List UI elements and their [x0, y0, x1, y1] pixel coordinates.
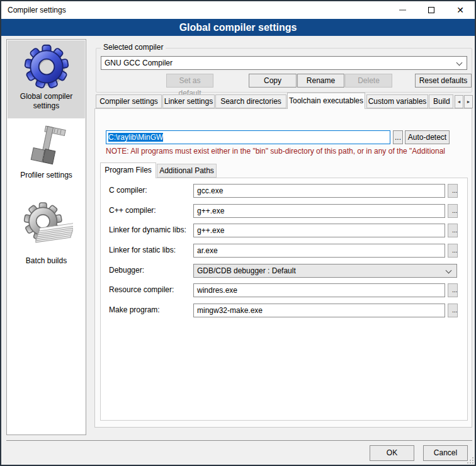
close-icon: ✕ — [456, 6, 464, 14]
resize-grip[interactable] — [467, 457, 473, 463]
auto-detect-button[interactable]: Auto-detect — [405, 130, 450, 144]
minimize-icon — [399, 9, 406, 11]
cpp-compiler-input[interactable]: g++.exe — [193, 204, 445, 218]
cancel-button[interactable]: Cancel — [423, 445, 468, 461]
make-program-browse-button[interactable]: ... — [448, 304, 458, 317]
static-linker-label: Linker for static libs: — [109, 246, 176, 254]
resource-compiler-row: Resource compiler: windres.exe ... — [101, 283, 468, 297]
tab-additional-paths[interactable]: Additional Paths — [157, 164, 217, 178]
dynamic-linker-row: Linker for dynamic libs: g++.exe ... — [101, 224, 468, 237]
c-compiler-input[interactable]: gcc.exe — [193, 184, 445, 198]
selected-compiler-value: GNU GCC Compiler — [105, 59, 173, 67]
cpp-compiler-label: C++ compiler: — [109, 206, 156, 215]
debugger-row: Debugger: GDB/CDB debugger : Default — [101, 264, 468, 278]
sidebar-item-batch-builds[interactable]: Batch builds — [8, 198, 85, 293]
copy-button[interactable]: Copy — [249, 74, 297, 88]
static-linker-input[interactable]: ar.exe — [193, 244, 445, 258]
browse-directory-button[interactable]: ... — [393, 130, 403, 144]
program-files-panel: C compiler: gcc.exe ... C++ compiler: g+… — [100, 178, 468, 421]
gray-gear-stack-icon — [20, 201, 73, 255]
set-as-default-button[interactable]: Set as default — [166, 74, 213, 88]
rename-button[interactable]: Rename — [297, 74, 344, 88]
bin-subdirectory-note: NOTE: All programs must exist either in … — [106, 147, 467, 156]
sidebar-item-global-compiler-settings[interactable]: Global compiler settings — [8, 40, 85, 118]
minimize-button[interactable] — [388, 1, 417, 19]
tab-build-clipped[interactable]: Build — [429, 94, 453, 108]
cpp-compiler-browse-button[interactable]: ... — [448, 204, 458, 218]
footer-divider — [6, 440, 472, 441]
installation-directory-value: C:\raylib\MinGW — [108, 133, 163, 142]
sidebar-item-profiler-settings[interactable]: Profiler settings — [8, 122, 85, 196]
tab-program-files[interactable]: Program Files — [100, 162, 156, 178]
dynamic-linker-label: Linker for dynamic libs: — [109, 225, 186, 234]
title-bar: Compiler settings ✕ — [1, 1, 475, 19]
make-program-input[interactable]: mingw32-make.exe — [193, 304, 445, 317]
window-title: Compiler settings — [8, 6, 66, 14]
c-compiler-label: C compiler: — [109, 186, 147, 195]
blue-gear-icon — [23, 43, 71, 91]
maximize-icon — [428, 7, 434, 13]
maximize-button[interactable] — [417, 1, 446, 19]
tab-custom-variables[interactable]: Custom variables — [366, 94, 428, 108]
resource-compiler-input[interactable]: windres.exe — [193, 283, 445, 297]
chevron-down-icon — [456, 60, 463, 66]
installation-directory-input[interactable]: C:\raylib\MinGW — [106, 130, 390, 144]
tab-toolchain-executables[interactable]: Toolchain executables — [287, 93, 365, 109]
make-program-row: Make program: mingw32-make.exe ... — [101, 304, 468, 317]
chevron-down-icon — [446, 268, 452, 274]
debugger-value: GDB/CDB debugger : Default — [197, 266, 296, 275]
static-linker-row: Linker for static libs: ar.exe ... — [101, 244, 468, 258]
resource-compiler-browse-button[interactable]: ... — [448, 283, 458, 297]
c-compiler-row: C compiler: gcc.exe ... — [101, 184, 468, 198]
tab-compiler-settings[interactable]: Compiler settings — [96, 94, 162, 108]
ok-button[interactable]: OK — [370, 445, 414, 461]
close-button[interactable]: ✕ — [446, 1, 475, 19]
sidebar-item-label: Global compiler settings — [8, 91, 85, 112]
static-linker-browse-button[interactable]: ... — [448, 244, 458, 258]
settings-category-list: Global compiler settings Profiler settin… — [6, 39, 86, 435]
make-program-label: Make program: — [109, 305, 160, 314]
sidebar-item-label: Batch builds — [8, 255, 85, 267]
resource-compiler-label: Resource compiler: — [109, 285, 174, 294]
dynamic-linker-browse-button[interactable]: ... — [448, 224, 458, 237]
compiler-settings-dialog: Compiler settings ✕ Global compiler sett… — [0, 0, 476, 466]
caliper-icon — [23, 124, 71, 169]
page-title: Global compiler settings — [1, 19, 475, 36]
tab-linker-settings[interactable]: Linker settings — [162, 94, 215, 108]
sidebar-item-label: Profiler settings — [8, 169, 85, 181]
selected-compiler-group-label: Selected compiler — [101, 43, 166, 52]
cpp-compiler-row: C++ compiler: g++.exe ... — [101, 204, 468, 218]
reset-defaults-button[interactable]: Reset defaults — [415, 74, 472, 88]
debugger-label: Debugger: — [109, 266, 144, 275]
tab-scroll-right-button[interactable]: ► — [464, 95, 473, 108]
c-compiler-browse-button[interactable]: ... — [448, 184, 458, 198]
tab-scroll-left-button[interactable]: ◄ — [455, 95, 463, 108]
debugger-dropdown[interactable]: GDB/CDB debugger : Default — [193, 264, 457, 278]
dynamic-linker-input[interactable]: g++.exe — [193, 224, 445, 237]
tab-search-directories[interactable]: Search directories — [215, 94, 286, 108]
selected-compiler-dropdown[interactable]: GNU GCC Compiler — [101, 56, 467, 70]
delete-button[interactable]: Delete — [345, 74, 392, 88]
